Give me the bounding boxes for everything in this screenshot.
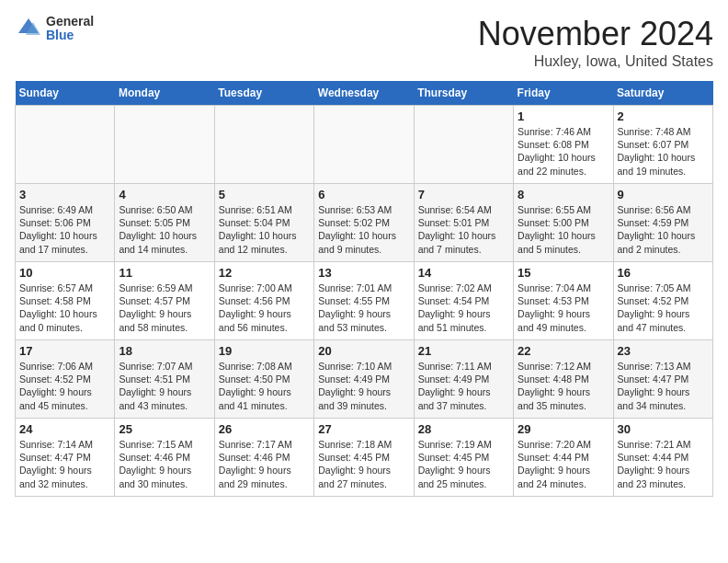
day-number: 11 <box>119 266 210 280</box>
day-number: 15 <box>518 266 609 280</box>
day-info: Sunrise: 7:00 AM Sunset: 4:56 PM Dayligh… <box>219 282 310 334</box>
calendar-cell: 5Sunrise: 6:51 AM Sunset: 5:04 PM Daylig… <box>214 184 313 262</box>
day-info: Sunrise: 6:53 AM Sunset: 5:02 PM Dayligh… <box>318 203 409 256</box>
day-number: 19 <box>219 344 310 358</box>
day-number: 29 <box>518 422 609 436</box>
weekday-header-cell: Sunday <box>16 81 115 106</box>
day-info: Sunrise: 7:17 AM Sunset: 4:46 PM Dayligh… <box>219 438 310 490</box>
day-info: Sunrise: 7:13 AM Sunset: 4:47 PM Dayligh… <box>618 360 709 412</box>
calendar-cell: 28Sunrise: 7:19 AM Sunset: 4:45 PM Dayli… <box>414 419 513 497</box>
logo-text: General Blue <box>46 15 94 43</box>
day-info: Sunrise: 7:12 AM Sunset: 4:48 PM Dayligh… <box>518 360 609 412</box>
day-info: Sunrise: 6:55 AM Sunset: 5:00 PM Dayligh… <box>518 203 609 256</box>
calendar-cell <box>214 106 313 184</box>
day-info: Sunrise: 7:06 AM Sunset: 4:52 PM Dayligh… <box>19 360 110 412</box>
day-number: 17 <box>19 344 110 358</box>
day-number: 20 <box>318 344 409 358</box>
calendar-cell: 13Sunrise: 7:01 AM Sunset: 4:55 PM Dayli… <box>314 262 414 340</box>
day-number: 1 <box>518 109 609 123</box>
weekday-header-cell: Thursday <box>414 81 513 106</box>
calendar-cell: 2Sunrise: 7:48 AM Sunset: 6:07 PM Daylig… <box>613 106 712 184</box>
calendar-cell: 23Sunrise: 7:13 AM Sunset: 4:47 PM Dayli… <box>613 340 712 419</box>
day-info: Sunrise: 6:50 AM Sunset: 5:05 PM Dayligh… <box>119 203 210 256</box>
day-info: Sunrise: 6:57 AM Sunset: 4:58 PM Dayligh… <box>19 282 110 334</box>
day-info: Sunrise: 7:10 AM Sunset: 4:49 PM Dayligh… <box>318 360 409 412</box>
logo-general-text: General <box>46 15 94 29</box>
day-number: 4 <box>119 188 210 201</box>
day-number: 25 <box>119 422 210 436</box>
day-number: 5 <box>219 188 310 201</box>
header: General Blue November 2024 Huxley, Iowa,… <box>15 15 713 70</box>
day-info: Sunrise: 7:19 AM Sunset: 4:45 PM Dayligh… <box>418 438 509 490</box>
calendar-cell: 3Sunrise: 6:49 AM Sunset: 5:06 PM Daylig… <box>16 184 115 262</box>
day-number: 16 <box>618 266 709 280</box>
day-info: Sunrise: 6:59 AM Sunset: 4:57 PM Dayligh… <box>119 282 210 334</box>
day-info: Sunrise: 6:49 AM Sunset: 5:06 PM Dayligh… <box>19 203 110 256</box>
calendar-cell <box>16 106 115 184</box>
day-info: Sunrise: 7:07 AM Sunset: 4:51 PM Dayligh… <box>119 360 210 412</box>
weekday-header-cell: Tuesday <box>214 81 313 106</box>
day-info: Sunrise: 7:14 AM Sunset: 4:47 PM Dayligh… <box>19 438 110 490</box>
day-number: 9 <box>618 188 709 201</box>
calendar-week-row: 17Sunrise: 7:06 AM Sunset: 4:52 PM Dayli… <box>16 340 713 419</box>
day-info: Sunrise: 7:11 AM Sunset: 4:49 PM Dayligh… <box>418 360 509 412</box>
logo: General Blue <box>15 15 94 43</box>
calendar-table: SundayMondayTuesdayWednesdayThursdayFrid… <box>15 81 713 497</box>
day-info: Sunrise: 6:56 AM Sunset: 4:59 PM Dayligh… <box>618 203 709 256</box>
day-info: Sunrise: 7:48 AM Sunset: 6:07 PM Dayligh… <box>618 125 709 178</box>
weekday-header-cell: Friday <box>514 81 613 106</box>
weekday-header-cell: Wednesday <box>314 81 414 106</box>
day-number: 28 <box>418 422 509 436</box>
day-number: 14 <box>418 266 509 280</box>
calendar-cell: 21Sunrise: 7:11 AM Sunset: 4:49 PM Dayli… <box>414 340 513 419</box>
day-info: Sunrise: 7:02 AM Sunset: 4:54 PM Dayligh… <box>418 282 509 334</box>
calendar-cell: 24Sunrise: 7:14 AM Sunset: 4:47 PM Dayli… <box>16 419 115 497</box>
calendar-cell: 6Sunrise: 6:53 AM Sunset: 5:02 PM Daylig… <box>314 184 414 262</box>
calendar-cell: 14Sunrise: 7:02 AM Sunset: 4:54 PM Dayli… <box>414 262 513 340</box>
calendar-body: 1Sunrise: 7:46 AM Sunset: 6:08 PM Daylig… <box>16 106 713 497</box>
calendar-cell: 26Sunrise: 7:17 AM Sunset: 4:46 PM Dayli… <box>214 419 313 497</box>
calendar-cell: 17Sunrise: 7:06 AM Sunset: 4:52 PM Dayli… <box>16 340 115 419</box>
calendar-cell: 15Sunrise: 7:04 AM Sunset: 4:53 PM Dayli… <box>514 262 613 340</box>
calendar-cell: 11Sunrise: 6:59 AM Sunset: 4:57 PM Dayli… <box>115 262 214 340</box>
calendar-cell: 8Sunrise: 6:55 AM Sunset: 5:00 PM Daylig… <box>514 184 613 262</box>
calendar-cell: 1Sunrise: 7:46 AM Sunset: 6:08 PM Daylig… <box>514 106 613 184</box>
day-info: Sunrise: 6:54 AM Sunset: 5:01 PM Dayligh… <box>418 203 509 256</box>
day-info: Sunrise: 7:46 AM Sunset: 6:08 PM Dayligh… <box>518 125 609 178</box>
day-info: Sunrise: 7:15 AM Sunset: 4:46 PM Dayligh… <box>119 438 210 490</box>
day-number: 12 <box>219 266 310 280</box>
calendar-cell: 4Sunrise: 6:50 AM Sunset: 5:05 PM Daylig… <box>115 184 214 262</box>
day-number: 10 <box>19 266 110 280</box>
month-title: November 2024 <box>478 15 713 53</box>
day-info: Sunrise: 7:08 AM Sunset: 4:50 PM Dayligh… <box>219 360 310 412</box>
day-number: 30 <box>618 422 709 436</box>
day-number: 22 <box>518 344 609 358</box>
day-info: Sunrise: 6:51 AM Sunset: 5:04 PM Dayligh… <box>219 203 310 256</box>
day-number: 3 <box>19 188 110 201</box>
day-number: 26 <box>219 422 310 436</box>
weekday-header-cell: Saturday <box>613 81 712 106</box>
location-title: Huxley, Iowa, United States <box>478 53 713 70</box>
day-number: 23 <box>618 344 709 358</box>
calendar-cell: 25Sunrise: 7:15 AM Sunset: 4:46 PM Dayli… <box>115 419 214 497</box>
calendar-cell: 9Sunrise: 6:56 AM Sunset: 4:59 PM Daylig… <box>613 184 712 262</box>
day-number: 27 <box>318 422 409 436</box>
calendar-cell: 19Sunrise: 7:08 AM Sunset: 4:50 PM Dayli… <box>214 340 313 419</box>
logo-blue-text: Blue <box>46 29 94 42</box>
calendar-week-row: 10Sunrise: 6:57 AM Sunset: 4:58 PM Dayli… <box>16 262 713 340</box>
calendar-week-row: 1Sunrise: 7:46 AM Sunset: 6:08 PM Daylig… <box>16 106 713 184</box>
calendar-cell: 22Sunrise: 7:12 AM Sunset: 4:48 PM Dayli… <box>514 340 613 419</box>
day-number: 2 <box>618 109 709 123</box>
calendar-cell: 18Sunrise: 7:07 AM Sunset: 4:51 PM Dayli… <box>115 340 214 419</box>
day-number: 13 <box>318 266 409 280</box>
day-number: 18 <box>119 344 210 358</box>
day-number: 6 <box>318 188 409 201</box>
calendar-cell: 30Sunrise: 7:21 AM Sunset: 4:44 PM Dayli… <box>613 419 712 497</box>
calendar-cell: 10Sunrise: 6:57 AM Sunset: 4:58 PM Dayli… <box>16 262 115 340</box>
day-info: Sunrise: 7:18 AM Sunset: 4:45 PM Dayligh… <box>318 438 409 490</box>
calendar-week-row: 3Sunrise: 6:49 AM Sunset: 5:06 PM Daylig… <box>16 184 713 262</box>
day-info: Sunrise: 7:05 AM Sunset: 4:52 PM Dayligh… <box>618 282 709 334</box>
day-number: 21 <box>418 344 509 358</box>
day-number: 7 <box>418 188 509 201</box>
logo-icon <box>15 15 42 42</box>
